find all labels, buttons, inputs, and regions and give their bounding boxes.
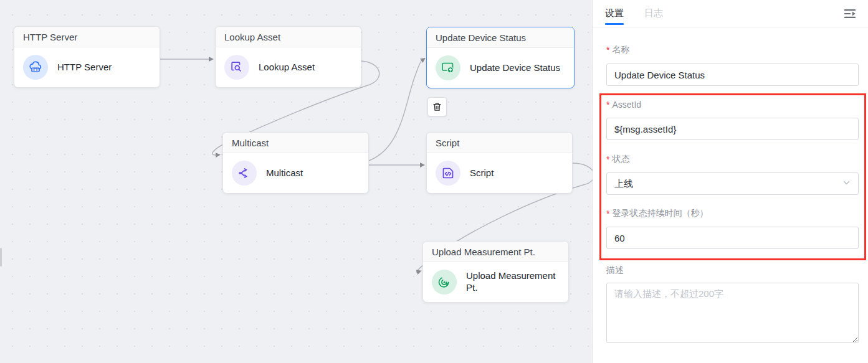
settings-panel: 设置 日志 * 名称 * AssetId * 状态 上线 <box>593 0 868 363</box>
node-title: Update Device Status <box>427 27 574 48</box>
tab-logs[interactable]: 日志 <box>644 0 663 27</box>
svg-text:HTTP: HTTP <box>32 68 39 72</box>
node-title: Lookup Asset <box>216 27 361 47</box>
update-device-status-icon <box>436 55 460 80</box>
trash-icon <box>432 101 442 112</box>
menu-fold-icon[interactable] <box>842 6 857 21</box>
assetid-field-label: * AssetId <box>606 100 641 110</box>
node-script[interactable]: Script Script <box>426 132 573 194</box>
tab-settings[interactable]: 设置 <box>605 0 624 27</box>
node-label: Script <box>470 167 494 179</box>
panel-tabs: 设置 日志 <box>593 0 868 27</box>
node-title: Script <box>427 133 572 153</box>
multicast-icon <box>232 161 257 186</box>
upload-measurement-icon <box>432 270 457 295</box>
chevron-down-icon <box>842 179 851 189</box>
node-label: Multicast <box>266 167 303 179</box>
name-input[interactable] <box>606 64 859 86</box>
node-upload-measurement[interactable]: Upload Measurement Pt. Upload Measuremen… <box>422 241 569 303</box>
description-field-label: 描述 <box>606 265 624 276</box>
flow-canvas[interactable]: HTTP Server HTTP HTTP Server Lookup Asse… <box>0 0 593 363</box>
node-lookup-asset[interactable]: Lookup Asset Lookup Asset <box>215 26 361 88</box>
edge-multicast-to-update <box>369 60 422 161</box>
http-cloud-icon: HTTP <box>23 55 48 80</box>
node-multicast[interactable]: Multicast Multicast <box>222 132 369 194</box>
node-label: Upload Measurement Pt. <box>466 270 562 294</box>
delete-node-button[interactable] <box>427 97 447 116</box>
node-label: Lookup Asset <box>259 62 315 73</box>
node-title: Upload Measurement Pt. <box>423 242 568 262</box>
node-label: Update Device Status <box>470 62 568 74</box>
required-marker: * <box>606 154 609 164</box>
duration-field-label: * 登录状态持续时间（秒） <box>606 208 708 219</box>
node-label: HTTP Server <box>57 62 112 73</box>
status-select[interactable]: 上线 <box>606 172 859 195</box>
status-field-label: * 状态 <box>606 154 629 165</box>
required-marker: * <box>606 45 609 55</box>
required-marker: * <box>606 100 609 110</box>
node-update-device-status[interactable]: Update Device Status Update Device Statu… <box>426 27 575 88</box>
required-marker: * <box>606 209 609 219</box>
lookup-asset-icon <box>224 55 249 80</box>
name-field-label: * 名称 <box>606 44 629 55</box>
assetid-input[interactable] <box>606 118 859 140</box>
duration-input[interactable] <box>606 227 859 249</box>
canvas-left-edge-mark <box>0 248 2 266</box>
status-select-value: 上线 <box>614 178 633 190</box>
script-icon <box>436 161 460 186</box>
description-textarea[interactable] <box>606 283 859 343</box>
node-http-server[interactable]: HTTP Server HTTP HTTP Server <box>14 26 160 88</box>
node-title: Multicast <box>223 133 368 153</box>
node-title: HTTP Server <box>14 27 160 47</box>
